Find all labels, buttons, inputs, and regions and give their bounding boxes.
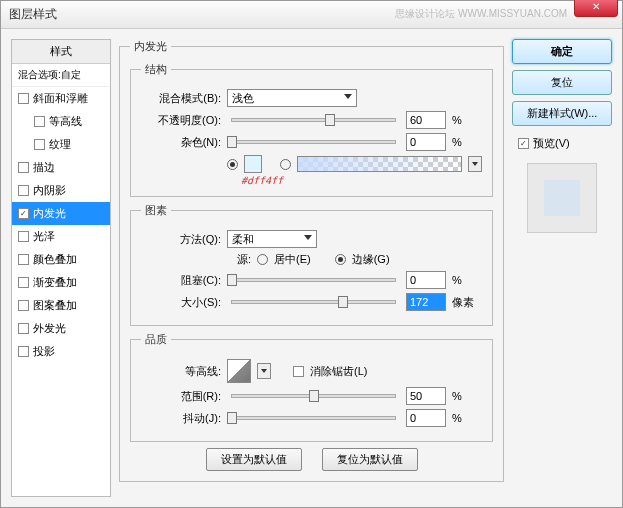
sidebar-item-4[interactable]: 内阴影 [12,179,110,202]
action-buttons: 确定 复位 新建样式(W)... 预览(V) [512,39,612,497]
window-title: 图层样式 [9,6,57,23]
chevron-down-icon [344,94,352,99]
new-style-button[interactable]: 新建样式(W)... [512,101,612,126]
style-checkbox[interactable] [18,346,29,357]
choke-input[interactable]: 0 [406,271,446,289]
range-label: 范围(R): [141,389,221,404]
sidebar-item-1[interactable]: 等高线 [12,110,110,133]
style-checkbox[interactable] [34,116,45,127]
structure-group: 结构 混合模式(B): 浅色 不透明度(O): 60 % 杂色( [130,62,493,197]
opacity-slider[interactable] [231,118,396,122]
sidebar-item-7[interactable]: 颜色叠加 [12,248,110,271]
sidebar-item-5[interactable]: 内发光 [12,202,110,225]
close-button[interactable]: ✕ [574,0,618,17]
opacity-label: 不透明度(O): [141,113,221,128]
source-edge-radio[interactable] [335,254,346,265]
sidebar-item-9[interactable]: 图案叠加 [12,294,110,317]
jitter-slider[interactable] [231,416,396,420]
jitter-label: 抖动(J): [141,411,221,426]
range-input[interactable]: 50 [406,387,446,405]
hex-annotation: #dff4ff [241,175,482,186]
sidebar-item-10[interactable]: 外发光 [12,317,110,340]
noise-input[interactable]: 0 [406,133,446,151]
quality-group: 品质 等高线: 消除锯齿(L) 范围(R): 50 % [130,332,493,442]
layer-style-dialog: 图层样式 思缘设计论坛 WWW.MISSYUAN.COM ✕ 样式 混合选项:自… [0,0,623,508]
technique-label: 方法(Q): [141,232,221,247]
sidebar-item-label: 纹理 [49,137,71,152]
size-input[interactable]: 172 [406,293,446,311]
style-checkbox[interactable] [18,231,29,242]
antialias-checkbox[interactable] [293,366,304,377]
sidebar-item-8[interactable]: 渐变叠加 [12,271,110,294]
blendmode-combo[interactable]: 浅色 [227,89,357,107]
technique-combo[interactable]: 柔和 [227,230,317,248]
sidebar-item-2[interactable]: 纹理 [12,133,110,156]
titlebar[interactable]: 图层样式 思缘设计论坛 WWW.MISSYUAN.COM ✕ [1,1,622,29]
chevron-down-icon [304,235,312,240]
choke-label: 阻塞(C): [141,273,221,288]
settings-panel: 内发光 结构 混合模式(B): 浅色 不透明度(O): 60 % [119,39,504,497]
noise-slider[interactable] [231,140,396,144]
style-checkbox[interactable] [18,323,29,334]
range-slider[interactable] [231,394,396,398]
sidebar-item-label: 投影 [33,344,55,359]
sidebar-item-label: 等高线 [49,114,82,129]
sidebar-item-0[interactable]: 斜面和浮雕 [12,87,110,110]
sidebar-item-label: 描边 [33,160,55,175]
blend-options-item[interactable]: 混合选项:自定 [12,64,110,87]
source-label: 源: [141,252,251,267]
styles-sidebar: 样式 混合选项:自定 斜面和浮雕等高线纹理描边内阴影内发光光泽颜色叠加渐变叠加图… [11,39,111,497]
sidebar-item-label: 图案叠加 [33,298,77,313]
preview-swatch [527,163,597,233]
jitter-input[interactable]: 0 [406,409,446,427]
choke-slider[interactable] [231,278,396,282]
blendmode-label: 混合模式(B): [141,91,221,106]
style-checkbox[interactable] [18,277,29,288]
make-default-button[interactable]: 设置为默认值 [206,448,302,471]
sidebar-item-label: 内阴影 [33,183,66,198]
watermark: 思缘设计论坛 WWW.MISSYUAN.COM [395,7,567,21]
contour-dropdown[interactable] [257,363,271,379]
style-checkbox[interactable] [34,139,45,150]
style-checkbox[interactable] [18,254,29,265]
reset-default-button[interactable]: 复位为默认值 [322,448,418,471]
sidebar-item-label: 外发光 [33,321,66,336]
sidebar-item-3[interactable]: 描边 [12,156,110,179]
ok-button[interactable]: 确定 [512,39,612,64]
preview-label: 预览(V) [533,136,570,151]
contour-label: 等高线: [141,364,221,379]
source-center-radio[interactable] [257,254,268,265]
opacity-input[interactable]: 60 [406,111,446,129]
sidebar-item-label: 渐变叠加 [33,275,77,290]
preview-checkbox[interactable] [518,138,529,149]
style-checkbox[interactable] [18,185,29,196]
sidebar-item-label: 斜面和浮雕 [33,91,88,106]
gradient-picker[interactable] [297,156,462,172]
contour-picker[interactable] [227,359,251,383]
sidebar-item-label: 颜色叠加 [33,252,77,267]
sidebar-item-label: 内发光 [33,206,66,221]
inner-glow-group: 内发光 结构 混合模式(B): 浅色 不透明度(O): 60 % [119,39,504,482]
cancel-button[interactable]: 复位 [512,70,612,95]
sidebar-header[interactable]: 样式 [12,40,110,64]
style-checkbox[interactable] [18,162,29,173]
noise-label: 杂色(N): [141,135,221,150]
elements-group: 图素 方法(Q): 柔和 源: 居中(E) 边缘(G) [130,203,493,326]
style-checkbox[interactable] [18,208,29,219]
panel-title: 内发光 [130,39,171,54]
sidebar-item-6[interactable]: 光泽 [12,225,110,248]
gradient-dropdown[interactable] [468,156,482,172]
style-checkbox[interactable] [18,300,29,311]
solid-color-radio[interactable] [227,159,238,170]
color-swatch[interactable] [244,155,262,173]
sidebar-item-11[interactable]: 投影 [12,340,110,363]
gradient-radio[interactable] [280,159,291,170]
size-slider[interactable] [231,300,396,304]
style-checkbox[interactable] [18,93,29,104]
size-label: 大小(S): [141,295,221,310]
sidebar-item-label: 光泽 [33,229,55,244]
